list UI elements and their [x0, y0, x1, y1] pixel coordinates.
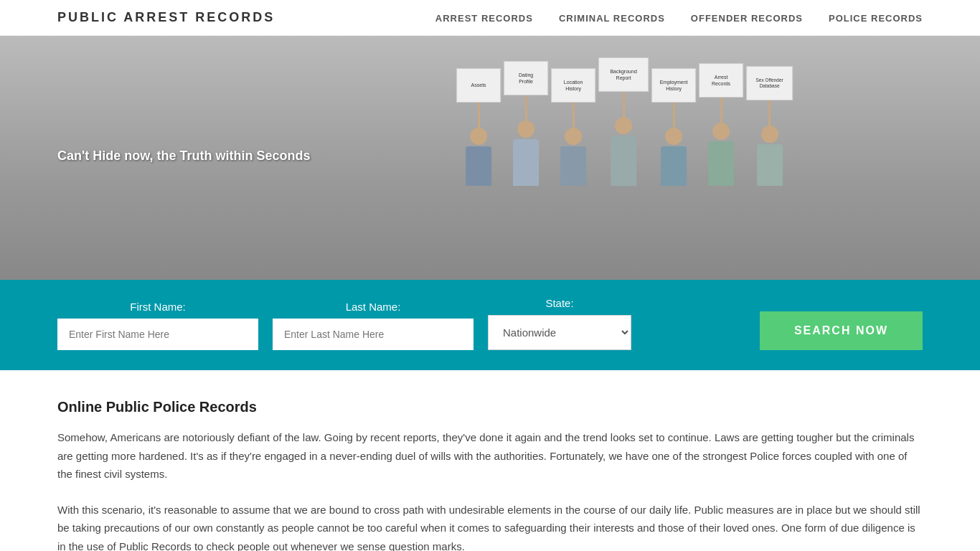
- nav-item-police[interactable]: POLICE RECORDS: [829, 11, 923, 24]
- arms-2: [525, 95, 527, 121]
- figure-5: EmploymentHistory: [651, 68, 696, 186]
- first-name-input[interactable]: [57, 319, 258, 350]
- sign-employment: EmploymentHistory: [651, 68, 696, 103]
- figure-1: Assets: [456, 68, 501, 186]
- search-button-wrapper: SEARCH NOW: [646, 311, 923, 350]
- first-name-label: First Name:: [57, 301, 258, 313]
- head-7: [761, 126, 778, 143]
- nav-link-criminal[interactable]: CRIMINAL RECORDS: [559, 13, 665, 24]
- torso-4: [611, 136, 636, 186]
- state-label: State:: [488, 297, 631, 309]
- nav-link-arrest[interactable]: ARREST RECORDS: [435, 13, 533, 24]
- sign-sex-offender: Sex OffenderDatabase: [746, 66, 793, 100]
- last-name-label: Last Name:: [273, 301, 473, 313]
- head-3: [565, 128, 582, 145]
- figure-3: LocationHistory: [551, 68, 595, 186]
- torso-3: [560, 146, 586, 186]
- sign-dating: DatingProfile: [504, 61, 548, 95]
- arms-6: [720, 98, 722, 123]
- torso-6: [708, 141, 734, 186]
- head-6: [712, 123, 730, 140]
- search-now-button[interactable]: SEARCH NOW: [760, 311, 923, 350]
- figure-6: ArrestRecords: [699, 63, 743, 186]
- site-header: PUBLIC ARREST RECORDS ARREST RECORDS CRI…: [0, 0, 980, 36]
- figure-7: Sex OffenderDatabase: [746, 66, 793, 186]
- head-5: [665, 128, 682, 145]
- arms-5: [673, 103, 675, 128]
- sign-background: BackgroundReport: [598, 57, 649, 92]
- head-2: [517, 121, 534, 138]
- content-para-2: With this scenario, it's reasonable to a…: [57, 501, 923, 552]
- arms-7: [768, 100, 771, 126]
- nav-item-offender[interactable]: OFFENDER RECORDS: [691, 11, 803, 24]
- hero-scene: Assets DatingProfile LocationHistory Bac…: [456, 57, 793, 186]
- first-name-field: First Name:: [57, 301, 258, 350]
- torso-2: [513, 139, 539, 186]
- main-content: Online Public Police Records Somehow, Am…: [0, 370, 980, 551]
- arms-3: [573, 103, 575, 128]
- content-para-1: Somehow, Americans are notoriously defia…: [57, 428, 923, 484]
- sign-assets: Assets: [456, 68, 501, 103]
- torso-1: [466, 146, 491, 186]
- nav-list: ARREST RECORDS CRIMINAL RECORDS OFFENDER…: [435, 11, 923, 24]
- torso-7: [757, 144, 783, 186]
- hero-tagline: Can't Hide now, the Truth within Seconds: [57, 149, 311, 164]
- sign-location: LocationHistory: [551, 68, 595, 103]
- nav-item-arrest[interactable]: ARREST RECORDS: [435, 11, 533, 24]
- search-bar: First Name: Last Name: State: Nationwide…: [0, 280, 980, 370]
- state-field: State: NationwideAlabamaAlaskaArizonaArk…: [488, 297, 631, 350]
- content-heading: Online Public Police Records: [57, 399, 923, 415]
- last-name-input[interactable]: [273, 319, 473, 350]
- main-nav: ARREST RECORDS CRIMINAL RECORDS OFFENDER…: [435, 11, 923, 24]
- nav-link-police[interactable]: POLICE RECORDS: [829, 13, 923, 24]
- torso-5: [661, 146, 687, 186]
- sign-arrest: ArrestRecords: [699, 63, 743, 98]
- nav-link-offender[interactable]: OFFENDER RECORDS: [691, 13, 803, 24]
- last-name-field: Last Name:: [273, 301, 473, 350]
- figure-4: BackgroundReport: [598, 57, 649, 186]
- arms-4: [623, 92, 625, 117]
- nav-item-criminal[interactable]: CRIMINAL RECORDS: [559, 11, 665, 24]
- state-select[interactable]: NationwideAlabamaAlaskaArizonaArkansasCa…: [488, 315, 631, 350]
- arms-1: [478, 103, 480, 128]
- site-title: PUBLIC ARREST RECORDS: [57, 10, 275, 25]
- figure-2: DatingProfile: [504, 61, 548, 186]
- hero-section: Can't Hide now, the Truth within Seconds…: [0, 36, 980, 280]
- head-1: [470, 128, 487, 145]
- head-4: [615, 117, 632, 134]
